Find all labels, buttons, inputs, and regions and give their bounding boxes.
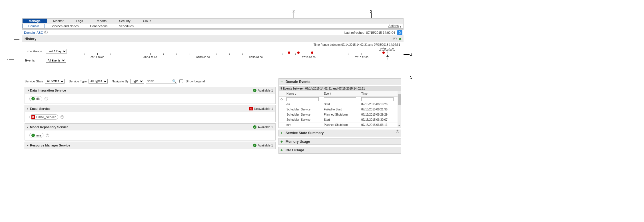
timeline-label: 07/14 16:00 xyxy=(91,56,104,59)
navigate-by-select[interactable]: Type xyxy=(130,79,144,84)
last-refreshed-label: Last refreshed: 07/15/2015 14:02:04 xyxy=(344,31,395,34)
service-pill[interactable]: mrs xyxy=(29,133,43,138)
domain-link[interactable]: Domain_ABC xyxy=(24,31,43,34)
timeline-minor xyxy=(295,53,296,55)
scrollbar-thumb[interactable] xyxy=(398,94,401,105)
status-text: Available 1 xyxy=(258,125,273,129)
service-name: dis xyxy=(36,97,40,100)
service-group-header[interactable]: ▼ Data Integration Service Available 1 xyxy=(25,87,275,94)
timeline-label: 07/15 04:00 xyxy=(249,56,263,59)
sort-asc-icon: ▲ xyxy=(295,93,297,95)
timeline-event-dot[interactable] xyxy=(311,51,313,54)
nav1-reports[interactable]: Reports xyxy=(89,19,113,23)
service-menu-icon[interactable] xyxy=(45,97,48,100)
service-group: ▼ Data Integration Service Available 1 d… xyxy=(25,87,276,104)
name-search-input[interactable] xyxy=(146,79,172,84)
cpu-usage-title: CPU Usage xyxy=(286,148,304,152)
refresh-button[interactable] xyxy=(397,30,402,35)
nav1-manage[interactable]: Manage xyxy=(23,19,47,23)
timeline-minor xyxy=(322,53,322,55)
expand-icon[interactable]: + xyxy=(280,139,284,144)
memory-usage-title: Memory Usage xyxy=(286,140,310,144)
timeline-minor xyxy=(137,53,137,55)
service-pill[interactable]: Email_Service xyxy=(29,114,58,120)
timeline-tick xyxy=(256,53,256,55)
events-scrollbar[interactable] xyxy=(398,91,401,128)
panel-options-icon[interactable] xyxy=(396,130,399,133)
event-row[interactable]: Scheduler_ServicePlanned Shutdown07/15/2… xyxy=(279,112,401,117)
show-legend-label: Show Legend xyxy=(186,80,205,83)
col-name[interactable]: Name▲ xyxy=(285,91,322,97)
events-filter-select[interactable]: All Events xyxy=(46,58,66,63)
service-menu-icon[interactable] xyxy=(61,115,64,119)
nav2-connections[interactable]: Connections xyxy=(84,24,113,28)
time-range-select[interactable]: Last 1 Day xyxy=(46,49,67,53)
event-time: 07/15/2015 06:18:26 xyxy=(360,102,397,107)
memory-usage-panel: + Memory Usage xyxy=(278,138,401,145)
disclosure-icon[interactable]: ▸ xyxy=(27,126,30,128)
status-ok-icon xyxy=(31,97,35,100)
event-name: dis xyxy=(285,102,322,107)
timeline-label: 07/15 00:00 xyxy=(196,56,210,59)
history-options-icon[interactable] xyxy=(393,37,397,40)
status-text: Available 1 xyxy=(258,144,273,147)
show-legend-checkbox[interactable] xyxy=(179,79,183,83)
col-event[interactable]: Event xyxy=(322,91,360,97)
service-group-name: Email Service xyxy=(30,107,51,110)
filter-time-input[interactable] xyxy=(361,97,394,101)
nav2-domain[interactable]: Domain xyxy=(23,24,45,28)
nav1-logs[interactable]: Logs xyxy=(70,19,89,23)
timeline-label: 07/16 08:00 xyxy=(302,56,316,59)
disclosure-icon[interactable]: ▸ xyxy=(27,144,30,147)
timeline-event-dot[interactable] xyxy=(288,51,290,54)
nav1-security[interactable]: Security xyxy=(113,19,137,23)
service-menu-icon[interactable] xyxy=(46,134,49,137)
timeline-minor xyxy=(163,53,164,55)
service-group: ▸ Model Repository Service Available 1 m… xyxy=(25,123,276,140)
event-row[interactable]: mrsPlanned Shutdown07/15/2015 06:56:11 xyxy=(279,122,401,128)
nav2-schedules[interactable]: Schedules xyxy=(113,24,139,28)
scroll-down-icon[interactable]: ▼ xyxy=(398,124,400,127)
event-row[interactable]: Scheduler_ServiceStart07/15/2015 06:30:0… xyxy=(279,117,401,122)
nav1-cloud[interactable]: Cloud xyxy=(137,19,158,23)
service-group-name: Data Integration Service xyxy=(30,89,66,92)
service-group-body: mrs xyxy=(25,130,275,140)
timeline-event-dot[interactable] xyxy=(297,51,300,54)
service-state-select[interactable]: All States xyxy=(45,79,65,84)
nav2-services-nodes[interactable]: Services and Nodes xyxy=(45,24,84,28)
service-group-name: Model Repository Service xyxy=(30,125,69,129)
disclosure-icon[interactable]: ▼ xyxy=(27,89,30,92)
service-group-header[interactable]: ▸ Resource Manager Service Available 1 xyxy=(25,142,275,149)
actions-menu[interactable]: Actions▾ xyxy=(388,24,401,27)
timeline-tick xyxy=(150,53,151,55)
timeline-event-dot[interactable] xyxy=(382,51,385,54)
disclosure-icon[interactable]: ▸ xyxy=(27,107,30,110)
event-row[interactable]: Scheduler_ServiceFailed to Start07/15/20… xyxy=(279,107,401,112)
service-type-select[interactable]: All Types xyxy=(89,79,108,84)
service-group-header[interactable]: ▸ Email Service Unavailable 1 xyxy=(25,105,275,112)
timeline-minor xyxy=(282,53,282,55)
filter-event-input[interactable] xyxy=(324,97,356,101)
expand-icon[interactable]: + xyxy=(280,148,284,152)
service-group-header[interactable]: ▸ Model Repository Service Available 1 xyxy=(25,124,275,130)
timeline-minor xyxy=(124,53,124,55)
history-close-icon[interactable]: ✕ xyxy=(398,37,402,41)
timeline-tick xyxy=(362,53,362,55)
event-row[interactable]: disStart07/15/2015 06:18:26 xyxy=(279,102,401,107)
chevron-down-icon: ▾ xyxy=(400,25,401,27)
search-icon[interactable]: 🔍 xyxy=(172,79,177,84)
filter-name-input[interactable] xyxy=(286,97,319,101)
services-filter-bar: Service State All States Service Type Al… xyxy=(25,78,276,84)
filter-icon[interactable]: ⟳ xyxy=(279,97,285,102)
service-group: ▸ Resource Manager Service Available 1 xyxy=(25,142,276,149)
callout-1-line-top xyxy=(14,39,19,40)
expand-icon[interactable]: + xyxy=(280,131,284,135)
domain-dropdown-icon[interactable] xyxy=(44,31,48,34)
navigate-by-label: Navigate By xyxy=(112,80,129,83)
collapse-icon[interactable]: − xyxy=(280,80,284,84)
col-time[interactable]: Time xyxy=(360,91,397,97)
timeline-tick xyxy=(203,53,203,55)
nav1-monitor[interactable]: Monitor xyxy=(47,19,70,23)
service-pill[interactable]: dis xyxy=(29,96,42,101)
refresh-icon xyxy=(398,31,402,34)
